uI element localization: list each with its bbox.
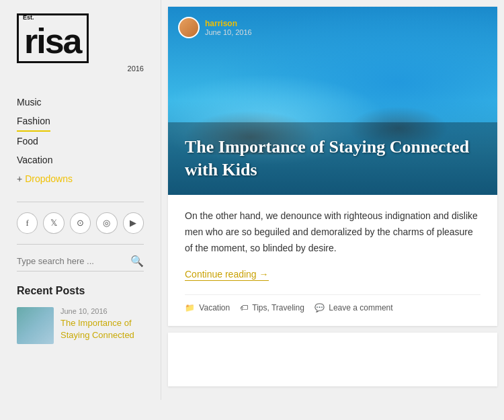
logo-est: Est.: [23, 14, 34, 21]
comment-icon: 💬: [314, 303, 325, 312]
comment-tag: 💬 Leave a comment: [314, 303, 393, 312]
recent-post-title[interactable]: The Importance ofStaying Connected: [60, 317, 144, 341]
recent-post-item: June 10, 2016 The Importance ofStaying C…: [17, 307, 144, 344]
sidebar: Est. risa 2016 Music Fashion Food Vacati…: [0, 0, 161, 400]
tag-icon: 🏷: [240, 303, 248, 312]
article-footer: 📁 Vacation 🏷 Tips, Traveling 💬 Leave a c…: [185, 294, 480, 312]
nav-item-music[interactable]: Music: [17, 93, 144, 112]
comment-label[interactable]: Leave a comment: [329, 303, 392, 312]
article-card-2: [168, 333, 497, 386]
nav-item-vacation[interactable]: Vacation: [17, 151, 144, 169]
author-name: harrison: [205, 19, 252, 28]
author-info: harrison June 10, 2016: [205, 19, 252, 36]
search-input[interactable]: [17, 256, 130, 266]
logo-text: risa: [24, 24, 81, 58]
search-icon[interactable]: 🔍: [130, 255, 144, 267]
tag-label[interactable]: Tips, Traveling: [252, 303, 304, 312]
nav-menu: Music Fashion Food Vacation + Dropdowns: [17, 93, 144, 188]
recent-post-date: June 10, 2016: [60, 307, 144, 315]
plus-icon: +: [17, 173, 22, 184]
hero-author: harrison June 10, 2016: [178, 17, 252, 38]
instagram-icon[interactable]: ◎: [96, 212, 117, 234]
logo-year: 2016: [17, 65, 144, 73]
article-excerpt: On the other hand, we denounce with righ…: [185, 208, 480, 256]
thumb-image: [17, 307, 54, 344]
category-label[interactable]: Vacation: [199, 303, 230, 312]
article-hero: harrison June 10, 2016 The Importance of…: [168, 7, 497, 195]
author-date: June 10, 2016: [205, 28, 252, 36]
recent-post-info: June 10, 2016 The Importance ofStaying C…: [60, 307, 144, 344]
author-avatar: [178, 17, 200, 38]
recent-post-thumb: [17, 307, 54, 344]
article-body: On the other hand, we denounce with righ…: [168, 195, 497, 326]
article-card: harrison June 10, 2016 The Importance of…: [168, 7, 497, 326]
dropdowns-label: Dropdowns: [25, 173, 73, 184]
continue-reading-link[interactable]: Continue reading →: [185, 269, 269, 281]
twitter-icon[interactable]: 𝕏: [43, 212, 64, 234]
category-tag: 📁 Vacation: [185, 303, 230, 312]
hero-overlay: The Importance of Staying Connected with…: [168, 122, 497, 195]
github-icon[interactable]: ⊙: [70, 212, 91, 234]
nav-item-food[interactable]: Food: [17, 132, 144, 151]
recent-posts-title: Recent Posts: [17, 285, 144, 297]
divider-middle: [17, 244, 144, 245]
youtube-icon[interactable]: ▶: [123, 212, 144, 234]
divider-top: [17, 202, 144, 202]
social-icons: f 𝕏 ⊙ ◎ ▶: [17, 212, 144, 234]
category-icon: 📁: [185, 303, 195, 312]
facebook-icon[interactable]: f: [17, 212, 38, 234]
logo-box: Est. risa: [17, 13, 89, 63]
nav-dropdowns[interactable]: + Dropdowns: [17, 169, 144, 188]
logo-area: Est. risa 2016: [17, 13, 144, 73]
recent-posts: Recent Posts June 10, 2016 The Importanc…: [17, 285, 144, 344]
search-area: 🔍: [17, 255, 144, 271]
hero-title: The Importance of Staying Connected with…: [185, 136, 480, 181]
nav-item-fashion[interactable]: Fashion: [17, 112, 50, 132]
tag-tag: 🏷 Tips, Traveling: [240, 303, 304, 312]
main-content: harrison June 10, 2016 The Importance of…: [161, 0, 504, 400]
